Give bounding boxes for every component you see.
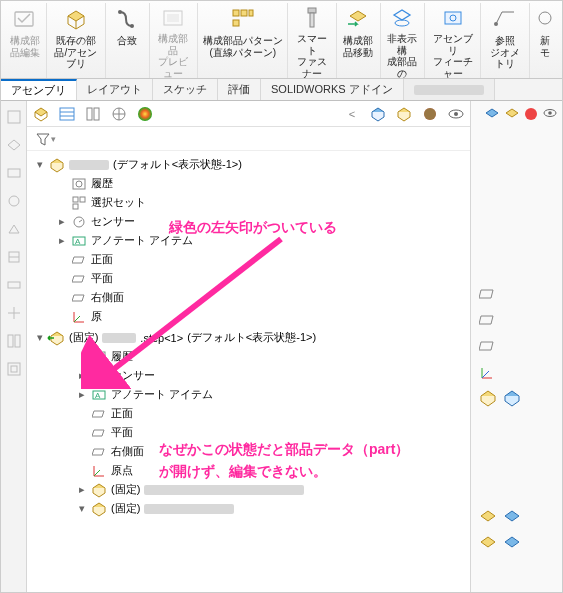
tab-assembly[interactable]: アセンブリ bbox=[1, 79, 77, 100]
eye-icon[interactable] bbox=[446, 104, 466, 124]
side-btn-4[interactable] bbox=[4, 191, 24, 211]
cube-yellow-icon[interactable] bbox=[394, 104, 414, 124]
node-label: 履歴 bbox=[91, 176, 113, 191]
cube-blue-icon[interactable] bbox=[368, 104, 388, 124]
ribbon-move[interactable]: 構成部 品移動 bbox=[337, 3, 381, 78]
plane-wire-icon[interactable] bbox=[479, 337, 497, 357]
ribbon-mate[interactable]: 合致 bbox=[106, 3, 150, 78]
side-btn-7[interactable] bbox=[4, 275, 24, 295]
tree-selection-set[interactable]: 選択セット bbox=[29, 193, 468, 212]
back-icon[interactable]: < bbox=[342, 104, 362, 124]
new-motion-icon bbox=[531, 5, 559, 33]
triad-icon[interactable] bbox=[479, 363, 497, 383]
tree-origin-partial[interactable]: 原 bbox=[29, 307, 468, 326]
tab-other[interactable] bbox=[404, 79, 495, 100]
tree-front-2[interactable]: 正面 bbox=[29, 404, 468, 423]
rgb-ball-icon[interactable] bbox=[420, 104, 440, 124]
ribbon-existing-part[interactable]: 既存の部 品/アセンブリ bbox=[47, 3, 106, 78]
tree-annotation[interactable]: ▸ A アノテート アイテム bbox=[29, 231, 468, 250]
tree-origin-2[interactable]: 原点 bbox=[29, 461, 468, 480]
tree-right-2[interactable]: 右側面 bbox=[29, 442, 468, 461]
tree-root-assembly[interactable]: ▾ (デフォルト<表示状態-1>) bbox=[29, 155, 468, 174]
ribbon-smart-fastener[interactable]: スマート ファスナー 挿入 bbox=[288, 3, 337, 78]
rgb-small-icon[interactable] bbox=[524, 107, 538, 125]
caret-right-icon[interactable]: ▸ bbox=[77, 369, 87, 382]
svg-text:A: A bbox=[75, 237, 81, 246]
svg-point-48 bbox=[96, 354, 102, 360]
svg-point-15 bbox=[539, 12, 551, 24]
tree-step-component[interactable]: ▾ (固定) .step<1> (デフォルト<表示状態-1>) bbox=[29, 328, 468, 347]
tree-fixed-part-2[interactable]: ▾ (固定) bbox=[29, 499, 468, 518]
caret-right-icon[interactable]: ▸ bbox=[77, 388, 87, 401]
existing-part-icon bbox=[62, 5, 90, 33]
side-btn-5[interactable] bbox=[4, 219, 24, 239]
ribbon-ref-geom[interactable]: 参照 ジオメトリ bbox=[481, 3, 530, 78]
side-btn-6[interactable] bbox=[4, 247, 24, 267]
cube-yellow-small-icon[interactable] bbox=[504, 107, 520, 125]
tree-top-plane[interactable]: 平面 bbox=[29, 269, 468, 288]
config-manager-icon[interactable] bbox=[83, 104, 103, 124]
side-btn-10[interactable] bbox=[4, 359, 24, 379]
tab-sketch[interactable]: スケッチ bbox=[153, 79, 218, 100]
cube-blue-icon[interactable] bbox=[503, 535, 521, 555]
cube-blue-icon[interactable] bbox=[503, 389, 521, 409]
property-manager-icon[interactable] bbox=[57, 104, 77, 124]
tree-fixed-part-1[interactable]: ▸ (固定) bbox=[29, 480, 468, 499]
filter-dropdown-arrow[interactable]: ▾ bbox=[51, 134, 56, 144]
tree-history-2[interactable]: 履歴 bbox=[29, 347, 468, 366]
svg-rect-10 bbox=[310, 13, 314, 27]
filter-icon[interactable] bbox=[33, 129, 53, 149]
plane-wire-icon[interactable] bbox=[479, 311, 497, 331]
svg-point-52 bbox=[525, 108, 537, 120]
tree-right-plane[interactable]: 右側面 bbox=[29, 288, 468, 307]
ribbon-assy-feature[interactable]: アセンブリ フィーチャー bbox=[425, 3, 481, 78]
plane-icon bbox=[71, 252, 87, 268]
annotation-icon: A bbox=[71, 233, 87, 249]
dimxpert-icon[interactable] bbox=[109, 104, 129, 124]
svg-text:A: A bbox=[95, 391, 101, 400]
side-btn-1[interactable] bbox=[4, 107, 24, 127]
ribbon-label: 新 モ bbox=[540, 35, 550, 58]
side-btn-2[interactable] bbox=[4, 135, 24, 155]
tree-annotation-2[interactable]: ▸ A アノテート アイテム bbox=[29, 385, 468, 404]
caret-right-icon[interactable]: ▸ bbox=[77, 483, 87, 496]
ribbon-edit-component[interactable]: 構成部 品編集 bbox=[3, 3, 47, 78]
tree-top-2[interactable]: 平面 bbox=[29, 423, 468, 442]
plane-wire-icon[interactable] bbox=[479, 285, 497, 305]
cube-yellow-icon[interactable] bbox=[479, 535, 497, 555]
tab-layout[interactable]: レイアウト bbox=[77, 79, 153, 100]
cube-yellow-icon[interactable] bbox=[479, 509, 497, 529]
caret-down-icon[interactable]: ▾ bbox=[77, 502, 87, 515]
node-label: 右側面 bbox=[111, 444, 144, 459]
feature-tree[interactable]: ▾ (デフォルト<表示状態-1>) 履歴 選択セット ▸ センサー bbox=[27, 151, 470, 593]
ribbon-label: 既存の部 品/アセンブリ bbox=[51, 35, 101, 70]
appearance-icon[interactable] bbox=[135, 104, 155, 124]
svg-point-18 bbox=[9, 196, 19, 206]
node-label: 正面 bbox=[111, 406, 133, 421]
move-component-icon bbox=[344, 5, 372, 33]
tree-front-plane[interactable]: 正面 bbox=[29, 250, 468, 269]
sensor-icon bbox=[71, 214, 87, 230]
tree-history[interactable]: 履歴 bbox=[29, 174, 468, 193]
ribbon-new-motion[interactable]: 新 モ bbox=[530, 3, 560, 78]
cube-blue-small-icon[interactable] bbox=[484, 107, 500, 125]
caret-right-icon[interactable]: ▸ bbox=[57, 234, 67, 247]
ribbon-pattern[interactable]: 構成部品パターン (直線パターン) bbox=[198, 3, 288, 78]
caret-down-icon[interactable]: ▾ bbox=[35, 331, 45, 344]
ribbon-hidden[interactable]: 非表示構 成部品の 表示 bbox=[381, 3, 425, 78]
side-btn-9[interactable] bbox=[4, 331, 24, 351]
tab-evaluate[interactable]: 評価 bbox=[218, 79, 261, 100]
cube-yellow-icon[interactable] bbox=[479, 389, 497, 409]
tree-sensor-2[interactable]: ▸ センサー bbox=[29, 366, 468, 385]
cube-blue-icon[interactable] bbox=[503, 509, 521, 529]
tree-sensor[interactable]: ▸ センサー bbox=[29, 212, 468, 231]
side-btn-8[interactable] bbox=[4, 303, 24, 323]
feature-manager-icon[interactable] bbox=[31, 104, 51, 124]
caret-down-icon[interactable]: ▾ bbox=[35, 158, 45, 171]
tab-addins[interactable]: SOLIDWORKS アドイン bbox=[261, 79, 404, 100]
ribbon-label: 合致 bbox=[117, 35, 137, 47]
caret-right-icon[interactable]: ▸ bbox=[57, 215, 67, 228]
ref-geom-icon bbox=[491, 5, 519, 33]
eye-small-icon[interactable] bbox=[542, 107, 558, 125]
side-btn-3[interactable] bbox=[4, 163, 24, 183]
